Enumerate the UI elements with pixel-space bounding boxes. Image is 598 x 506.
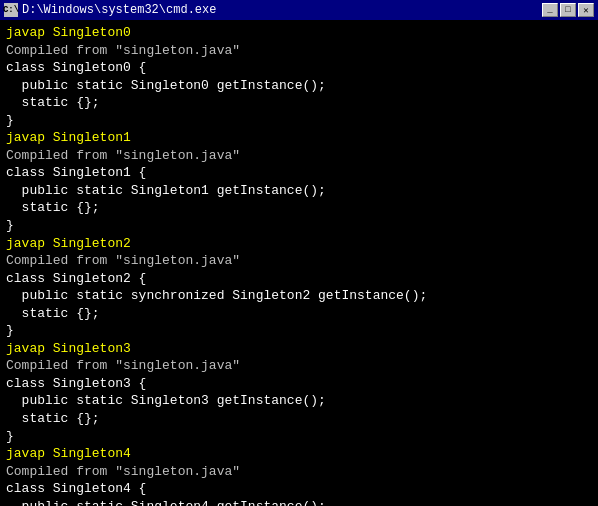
close-button[interactable]: ✕	[578, 3, 594, 17]
method-line-2-0: public static synchronized Singleton2 ge…	[6, 287, 592, 305]
compiled-line-0: Compiled from "singleton.java"	[6, 42, 592, 60]
compiled-line-3: Compiled from "singleton.java"	[6, 357, 592, 375]
compiled-line-4: Compiled from "singleton.java"	[6, 463, 592, 481]
cmd-icon: C:\	[4, 3, 18, 17]
maximize-button[interactable]: □	[560, 3, 576, 17]
static-line-1: static {};	[6, 199, 592, 217]
static-line-0: static {};	[6, 94, 592, 112]
method-line-0-0: public static Singleton0 getInstance();	[6, 77, 592, 95]
command-line-4: javap Singleton4	[6, 445, 592, 463]
static-line-2: static {};	[6, 305, 592, 323]
class-line-2: class Singleton2 {	[6, 270, 592, 288]
closing-3: }	[6, 428, 592, 446]
command-line-0: javap Singleton0	[6, 24, 592, 42]
command-line-3: javap Singleton3	[6, 340, 592, 358]
class-line-0: class Singleton0 {	[6, 59, 592, 77]
title-bar: C:\ D:\Windows\system32\cmd.exe _ □ ✕	[0, 0, 598, 20]
compiled-line-1: Compiled from "singleton.java"	[6, 147, 592, 165]
title-bar-controls[interactable]: _ □ ✕	[542, 3, 594, 17]
method-line-3-0: public static Singleton3 getInstance();	[6, 392, 592, 410]
command-line-1: javap Singleton1	[6, 129, 592, 147]
compiled-line-2: Compiled from "singleton.java"	[6, 252, 592, 270]
closing-2: }	[6, 322, 592, 340]
class-line-4: class Singleton4 {	[6, 480, 592, 498]
class-line-1: class Singleton1 {	[6, 164, 592, 182]
title-bar-left: C:\ D:\Windows\system32\cmd.exe	[4, 3, 216, 17]
minimize-button[interactable]: _	[542, 3, 558, 17]
closing-1: }	[6, 217, 592, 235]
class-line-3: class Singleton3 {	[6, 375, 592, 393]
method-line-4-0: public static Singleton4 getInstance();	[6, 498, 592, 506]
window-title: D:\Windows\system32\cmd.exe	[22, 3, 216, 17]
command-line-2: javap Singleton2	[6, 235, 592, 253]
terminal-output: javap Singleton0 Compiled from "singleto…	[0, 20, 598, 506]
static-line-3: static {};	[6, 410, 592, 428]
window: C:\ D:\Windows\system32\cmd.exe _ □ ✕ ja…	[0, 0, 598, 506]
closing-0: }	[6, 112, 592, 130]
method-line-1-0: public static Singleton1 getInstance();	[6, 182, 592, 200]
